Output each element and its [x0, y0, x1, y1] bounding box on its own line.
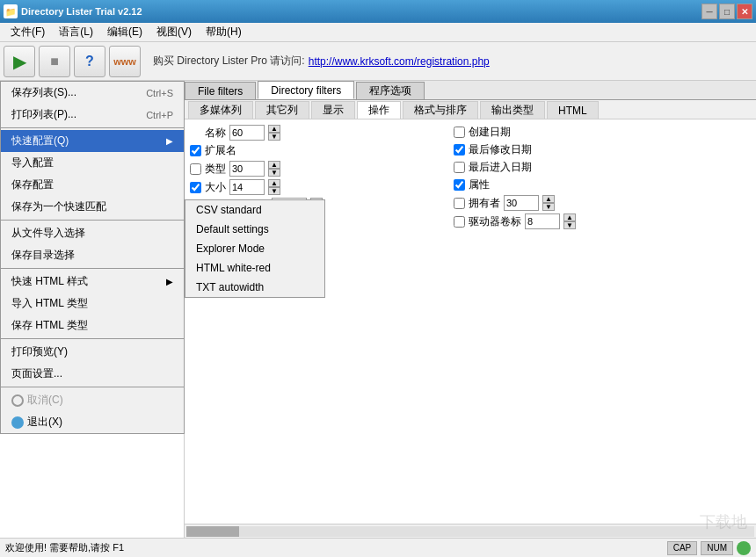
submenu-txt-autowidth[interactable]: TXT autowidth [185, 278, 324, 297]
promo-area: 购买 Directory Lister Pro 请访问: http://www.… [153, 54, 490, 69]
menu-print-preview[interactable]: 打印预览(Y) [1, 341, 184, 363]
help-button[interactable]: ? [74, 46, 105, 77]
subtab-output-type[interactable]: 输出类型 [480, 101, 545, 119]
menu-quick-html-style[interactable]: 快速 HTML 样式 ▶ [1, 271, 184, 293]
ext-label: 扩展名 [205, 143, 236, 158]
menu-save-html-type[interactable]: 保存 HTML 类型 [1, 315, 184, 336]
horizontal-scrollbar[interactable] [185, 524, 756, 538]
type-checkbox[interactable] [190, 163, 201, 175]
volume-label-checkbox[interactable] [454, 216, 465, 228]
content-left-panel: 名称 ▲ ▼ 扩展名 类型 [190, 125, 436, 518]
menu-print-list[interactable]: 打印列表(P)... Ctrl+P [1, 104, 184, 126]
last-accessed-checkbox[interactable] [454, 162, 465, 173]
subtab-other-columns[interactable]: 其它列 [255, 101, 309, 119]
menu-view[interactable]: 视图(V) [149, 23, 199, 41]
promo-link[interactable]: http://www.krksoft.com/registration.php [309, 55, 490, 68]
menu-page-setup[interactable]: 页面设置... [1, 363, 184, 385]
attributes-label: 属性 [469, 177, 490, 192]
menu-import-select[interactable]: 从文件导入选择 [1, 222, 184, 244]
name-row: 名称 ▲ ▼ [190, 125, 436, 141]
size-spinner-btns: ▲ ▼ [268, 179, 280, 195]
owner-spin-up[interactable]: ▲ [542, 195, 555, 203]
status-right: CAP NUM [667, 541, 751, 555]
menu-save-config[interactable]: 保存配置 [1, 174, 184, 196]
attributes-checkbox[interactable] [454, 179, 465, 191]
title-left: 📁 Directory Lister Trial v2.12 [4, 4, 142, 18]
tab-file-filters[interactable]: File filters [185, 82, 256, 99]
play-button[interactable]: ▶ [4, 46, 35, 77]
type-row: 类型 ▲ ▼ [190, 161, 436, 177]
menu-save-dir-select[interactable]: 保存目录选择 [1, 244, 184, 266]
size-checkbox[interactable] [190, 182, 201, 193]
volume-label-label: 驱动器卷标 [469, 214, 521, 229]
attributes-row: 属性 [454, 177, 751, 192]
promo-text: 购买 Directory Lister Pro 请访问: [153, 54, 305, 69]
close-button[interactable]: ✕ [737, 4, 752, 19]
volume-label-spinner-input[interactable] [525, 213, 560, 229]
subtab-html[interactable]: HTML [547, 101, 599, 119]
name-spin-down[interactable]: ▼ [268, 133, 280, 141]
menu-save-list[interactable]: 保存列表(S)... Ctrl+S [1, 82, 184, 104]
main-area: 保存列表(S)... Ctrl+S 打印列表(P)... Ctrl+P 快速配置… [0, 81, 756, 538]
subtab-display[interactable]: 显示 [311, 101, 355, 119]
minimize-button[interactable]: ─ [701, 4, 717, 19]
maximize-button[interactable]: □ [719, 4, 735, 19]
www-button[interactable]: www [109, 46, 141, 77]
menu-exit[interactable]: 退出(X) [1, 411, 184, 433]
create-date-checkbox[interactable] [454, 127, 465, 138]
title-bar: 📁 Directory Lister Trial v2.12 ─ □ ✕ [0, 0, 756, 23]
size-row: 大小 ▲ ▼ [190, 179, 436, 195]
type-label: 类型 [205, 162, 226, 177]
subtab-multimedia[interactable]: 多媒体列 [188, 101, 253, 119]
cancel-icon [11, 394, 24, 407]
menu-help[interactable]: 帮助(H) [199, 23, 249, 41]
submenu-explorer-mode[interactable]: Explorer Mode [185, 239, 324, 258]
size-label: 大小 [205, 180, 226, 195]
submenu-default-settings[interactable]: Default settings [185, 220, 324, 239]
owner-spinner-input[interactable] [504, 195, 539, 211]
last-modified-checkbox[interactable] [454, 144, 465, 156]
owner-spinner-btns: ▲ ▼ [542, 195, 555, 211]
menu-lang[interactable]: 语言(L) [52, 23, 100, 41]
size-spinner-input[interactable] [229, 179, 265, 195]
owner-spin-down[interactable]: ▼ [542, 203, 555, 211]
menu-save-quick-match[interactable]: 保存为一个快速匹配 [1, 196, 184, 218]
size-spin-down[interactable]: ▼ [268, 187, 280, 195]
menu-edit[interactable]: 编辑(E) [100, 23, 149, 41]
type-spin-up[interactable]: ▲ [268, 161, 280, 169]
content-right-panel: 创建日期 最后修改日期 最后进入日期 属性 [454, 125, 751, 518]
menu-file[interactable]: 文件(F) [4, 23, 52, 41]
last-accessed-label: 最后进入日期 [469, 160, 532, 175]
left-panel: 保存列表(S)... Ctrl+S 打印列表(P)... Ctrl+P 快速配置… [0, 81, 185, 538]
menu-import-html-type[interactable]: 导入 HTML 类型 [1, 293, 184, 315]
name-label: 名称 [205, 126, 226, 141]
submenu-quick-config: CSV standard Default settings Explorer M… [185, 199, 325, 298]
ext-checkbox[interactable] [190, 145, 201, 156]
owner-checkbox[interactable] [454, 198, 465, 209]
submenu-html-white-red[interactable]: HTML white-red [185, 258, 324, 278]
window-title: Directory Lister Trial v2.12 [21, 6, 142, 17]
hscroll-thumb[interactable] [186, 526, 239, 537]
stop-button[interactable]: ■ [39, 46, 70, 77]
subtab-format-sort[interactable]: 格式与排序 [403, 101, 478, 119]
type-spinner-input[interactable] [229, 161, 265, 177]
window-controls[interactable]: ─ □ ✕ [701, 4, 752, 19]
size-spin-up[interactable]: ▲ [268, 179, 280, 187]
menu-cancel: 取消(C) [1, 389, 184, 411]
menu-divider-3 [1, 268, 184, 269]
name-spin-up[interactable]: ▲ [268, 125, 280, 133]
menu-import-config[interactable]: 导入配置 [1, 152, 184, 174]
tab-program-options[interactable]: 程序选项 [356, 82, 425, 99]
volume-label-spin-up[interactable]: ▲ [563, 213, 576, 221]
subtab-operations[interactable]: 操作 [357, 101, 401, 119]
volume-label-spin-down[interactable]: ▼ [563, 221, 576, 229]
name-spinner-input[interactable] [229, 125, 265, 141]
right-content: File filters Directory filters 程序选项 多媒体列… [185, 81, 756, 538]
menu-quick-config[interactable]: 快速配置(Q) ▶ [1, 130, 184, 152]
tab-directory-filters[interactable]: Directory filters [258, 81, 354, 99]
last-modified-row: 最后修改日期 [454, 142, 751, 157]
type-spin-down[interactable]: ▼ [268, 169, 280, 177]
cap-badge: CAP [667, 541, 698, 555]
submenu-csv-standard[interactable]: CSV standard [185, 200, 324, 220]
menu-divider-2 [1, 220, 184, 221]
